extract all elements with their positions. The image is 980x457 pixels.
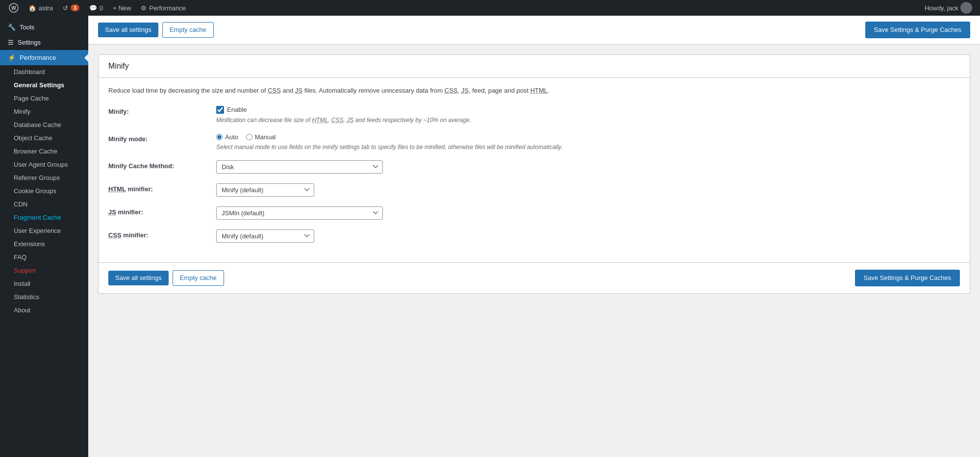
wp-icon: W xyxy=(9,3,19,13)
plugin-name-item[interactable]: ⚙ Performance xyxy=(136,0,190,16)
css-minifier-row: CSS minifier: Minify (default) CSSTidy N… xyxy=(108,229,960,243)
page-wrapper: 🔧 Tools ☰ Settings ⚡ Performance Dashboa… xyxy=(0,16,980,457)
plugin-icon: ⚙ xyxy=(141,4,147,12)
sidebar-item-object-cache[interactable]: Object Cache xyxy=(0,131,88,145)
new-item[interactable]: + New xyxy=(108,0,136,16)
html-minifier-select[interactable]: Minify (default) None xyxy=(216,183,314,197)
sidebar-item-cookie-groups[interactable]: Cookie Groups xyxy=(0,184,88,198)
bottom-toolbar: Save all settings Empty cache Save Setti… xyxy=(99,262,970,293)
auto-label: Auto xyxy=(225,133,238,141)
js-minifier-row: JS minifier: JSMin (default) Minify None xyxy=(108,206,960,220)
html-minifier-control: Minify (default) None xyxy=(216,183,960,197)
sidebar-performance[interactable]: ⚡ Performance xyxy=(0,50,88,65)
toolbar-left: Save all settings Empty cache xyxy=(98,22,214,38)
content-area: Minify Reduce load time by decreasing th… xyxy=(88,51,980,311)
minify-title: Minify xyxy=(108,62,129,70)
manual-label: Manual xyxy=(255,133,276,141)
sidebar-item-faq[interactable]: FAQ xyxy=(0,251,88,264)
sidebar-item-cdn[interactable]: CDN xyxy=(0,198,88,211)
comments-count: 0 xyxy=(100,4,103,12)
top-toolbar: Save all settings Empty cache Save Setti… xyxy=(88,16,980,45)
site-name: astra xyxy=(39,4,53,12)
minify-mode-label: Minify mode: xyxy=(108,133,216,143)
tools-icon: 🔧 xyxy=(8,24,16,31)
html-minifier-row: HTML minifier: Minify (default) None xyxy=(108,183,960,197)
sidebar-settings[interactable]: ☰ Settings xyxy=(0,35,88,50)
html-minifier-label: HTML minifier: xyxy=(108,183,216,193)
sidebar-item-browser-cache[interactable]: Browser Cache xyxy=(0,145,88,158)
sidebar-item-install[interactable]: Install xyxy=(0,277,88,290)
sidebar-item-minify[interactable]: Minify xyxy=(0,105,88,118)
updates-badge: 3 xyxy=(71,4,79,11)
minify-checkbox-row: Enable xyxy=(216,106,960,114)
minify-card: Minify Reduce load time by decreasing th… xyxy=(98,54,970,294)
minify-enable-hint: Minification can decrease file size of H… xyxy=(216,117,960,124)
minify-mode-hint: Select manual mode to use fields on the … xyxy=(216,144,960,151)
minify-enable-checkbox-label[interactable]: Enable xyxy=(227,106,247,113)
minify-enable-row: Minify: Enable Minification can decrease… xyxy=(108,106,960,124)
sidebar-item-fragment-cache[interactable]: Fragment Cache xyxy=(0,211,88,224)
admin-bar: W 🏠 astra ↺ 3 💬 0 + New ⚙ Performance Ho… xyxy=(0,0,980,16)
minify-mode-control: Auto Manual Select manual mode to use fi… xyxy=(216,133,960,151)
settings-icon: ☰ xyxy=(8,39,14,46)
minify-mode-row: Minify mode: Auto Manual xyxy=(108,133,960,151)
auto-radio-label[interactable]: Auto xyxy=(216,133,238,141)
site-name-item[interactable]: 🏠 astra xyxy=(24,0,58,16)
minify-card-header: Minify xyxy=(99,55,970,78)
sidebar-tools[interactable]: 🔧 Tools xyxy=(0,20,88,35)
auto-radio[interactable] xyxy=(216,134,223,140)
tools-label: Tools xyxy=(20,24,34,31)
js-minifier-select[interactable]: JSMin (default) Minify None xyxy=(216,206,383,220)
minify-description: Reduce load time by decreasing the size … xyxy=(108,86,960,96)
sidebar-item-general-settings[interactable]: General Settings xyxy=(0,78,88,92)
sidebar-item-user-experience[interactable]: User Experience xyxy=(0,224,88,237)
minify-enable-label: Minify: xyxy=(108,106,216,115)
minify-mode-radio-group: Auto Manual xyxy=(216,133,960,141)
save-purge-button-bottom[interactable]: Save Settings & Purge Caches xyxy=(855,270,960,286)
sidebar-item-referrer-groups[interactable]: Referrer Groups xyxy=(0,171,88,184)
performance-icon: ⚡ xyxy=(8,54,16,61)
avatar xyxy=(960,2,972,14)
minify-card-body: Reduce load time by decreasing the size … xyxy=(99,78,970,262)
empty-cache-button-top[interactable]: Empty cache xyxy=(162,22,214,38)
sidebar-item-database-cache[interactable]: Database Cache xyxy=(0,118,88,131)
manual-radio-label[interactable]: Manual xyxy=(246,133,276,141)
sidebar-item-statistics[interactable]: Statistics xyxy=(0,290,88,304)
minify-enable-checkbox[interactable] xyxy=(216,106,224,114)
updates-icon: ↺ xyxy=(63,4,68,12)
cache-method-control: Disk Opcode: Zend / Turck Memcached Redi… xyxy=(216,160,960,174)
minify-enable-control: Enable Minification can decrease file si… xyxy=(216,106,960,124)
sidebar-item-dashboard[interactable]: Dashboard xyxy=(0,65,88,78)
sidebar: 🔧 Tools ☰ Settings ⚡ Performance Dashboa… xyxy=(0,16,88,457)
sidebar-item-extensions[interactable]: Extensions xyxy=(0,237,88,251)
js-minifier-control: JSMin (default) Minify None xyxy=(216,206,960,220)
comments-icon: 💬 xyxy=(89,4,97,12)
save-purge-button-top[interactable]: Save Settings & Purge Caches xyxy=(865,22,971,38)
save-all-button-top[interactable]: Save all settings xyxy=(98,23,158,37)
sidebar-item-user-agent-groups[interactable]: User Agent Groups xyxy=(0,158,88,171)
cache-method-select[interactable]: Disk Opcode: Zend / Turck Memcached Redi… xyxy=(216,160,383,174)
css-minifier-select[interactable]: Minify (default) CSSTidy None xyxy=(216,229,314,243)
svg-text:W: W xyxy=(11,5,16,11)
howdy-text: Howdy, jack xyxy=(925,4,958,12)
sidebar-item-support[interactable]: Support xyxy=(0,264,88,277)
performance-label: Performance xyxy=(20,54,56,61)
save-all-button-bottom[interactable]: Save all settings xyxy=(108,271,169,285)
sidebar-item-about[interactable]: About xyxy=(0,304,88,317)
plugin-name: Performance xyxy=(149,4,185,12)
js-minifier-label: JS minifier: xyxy=(108,206,216,216)
manual-radio[interactable] xyxy=(246,134,252,140)
bottom-toolbar-left: Save all settings Empty cache xyxy=(108,270,224,286)
wp-logo-item[interactable]: W xyxy=(4,0,24,16)
comments-item[interactable]: 💬 0 xyxy=(84,0,108,16)
main-content: Save all settings Empty cache Save Setti… xyxy=(88,16,980,457)
cache-method-row: Minify Cache Method: Disk Opcode: Zend /… xyxy=(108,160,960,174)
css-minifier-control: Minify (default) CSSTidy None xyxy=(216,229,960,243)
new-label: + New xyxy=(113,4,131,12)
updates-item[interactable]: ↺ 3 xyxy=(58,0,84,16)
settings-label: Settings xyxy=(18,39,41,46)
home-icon: 🏠 xyxy=(28,4,36,12)
empty-cache-button-bottom[interactable]: Empty cache xyxy=(173,270,224,286)
css-minifier-label: CSS minifier: xyxy=(108,229,216,239)
sidebar-item-page-cache[interactable]: Page Cache xyxy=(0,92,88,105)
